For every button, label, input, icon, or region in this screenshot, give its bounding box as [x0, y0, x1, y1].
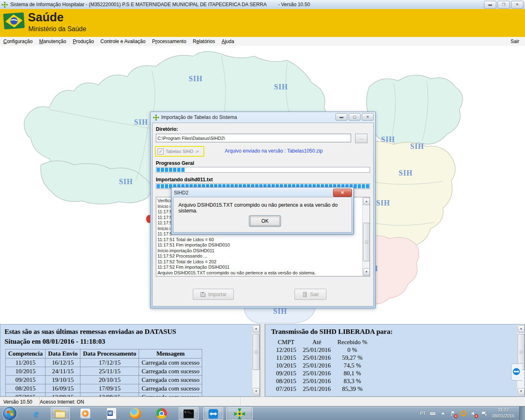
ministry-banner: Saúde Ministério da Saúde	[0, 9, 525, 37]
transmissao-column-header: CMPT	[273, 338, 299, 346]
taskbar: e▶WC:\_ PT ✕ ✕ 11:2	[0, 406, 525, 420]
browse-button[interactable]: ...	[355, 134, 368, 143]
status-version: Versão 10.50	[0, 397, 40, 406]
taskbar-sihd[interactable]	[226, 407, 253, 420]
log-scrollbar[interactable]: ▲ ▼	[362, 197, 370, 276]
log-scrollbar-thumb[interactable]	[363, 223, 370, 261]
teamviewer-icon	[513, 368, 520, 375]
map-label-sih: SIH	[410, 142, 424, 151]
menu-item-controle-e-avaliacao[interactable]: Controle e Avaliação	[97, 38, 149, 45]
menu-item-sair[interactable]: Sair	[508, 38, 522, 45]
progress-file-label: Importando dsihd011.txt	[156, 177, 213, 183]
table-row: 11/201525/01/201659,27 %	[273, 354, 370, 362]
exit-door-icon	[302, 292, 308, 297]
remessas-scrollbar-thumb[interactable]	[253, 334, 260, 370]
ok-button[interactable]: OK	[249, 215, 281, 227]
error-dialog-titlebar: SIHD2 ✕	[171, 187, 354, 197]
menu-item-processamento[interactable]: Processamento	[149, 38, 189, 45]
taskbar-teamviewer[interactable]	[203, 407, 223, 420]
dialog-minimize-icon[interactable]: ▬	[336, 113, 347, 121]
restore-icon[interactable]: ❐	[498, 1, 510, 9]
transmissao-panel: Transmissão do SIHD LIBERADA para: CMPTA…	[265, 324, 525, 397]
sair-button[interactable]: Sair	[294, 289, 326, 300]
log-line: 11:17:52 Processando ...	[158, 253, 361, 259]
scroll-up-icon[interactable]: ▲	[518, 325, 525, 333]
menu-item-ajuda[interactable]: Ajuda	[218, 38, 237, 45]
table-row: 09/201519/10/1520/10/15Carregada com suc…	[6, 376, 202, 384]
checkbox-check-icon: ✓	[158, 148, 164, 155]
taskbar-firefox[interactable]	[126, 407, 144, 419]
close-icon[interactable]: ✕	[511, 1, 523, 9]
progress-segment	[165, 184, 168, 188]
error-close-icon[interactable]: ✕	[333, 189, 352, 197]
clock-time: 11:27	[489, 407, 518, 413]
keyboard-icon[interactable]	[429, 410, 436, 417]
tabelas-sihd-checkbox[interactable]: ✓ Tabelas SIHD ->	[155, 146, 204, 157]
scroll-up-icon[interactable]: ▲	[363, 198, 370, 205]
log-line: Arquivo DSIHD015.TXT corrompido ou não p…	[158, 270, 361, 276]
menu-item-manutencao[interactable]: Manutenção	[36, 38, 69, 45]
progress-segment	[161, 184, 164, 188]
remessas-scrollbar[interactable]: ▲ ▼	[252, 325, 259, 396]
map-label-sih: SIH	[381, 135, 395, 144]
import-dialog-title: Importação de Tabelas do Sistema	[161, 114, 237, 120]
screen: Sistema de Informação Hospitalar - (M352…	[0, 0, 525, 420]
sound-muted-icon[interactable]: ✕	[470, 410, 477, 417]
taskbar-cmd[interactable]: C:\_	[179, 407, 199, 420]
bottom-panels: Estas são as suas últimas remessas envia…	[0, 324, 525, 397]
scroll-down-icon[interactable]: ▼	[363, 268, 370, 276]
progress-segment	[358, 184, 361, 188]
scroll-up-icon[interactable]: ▲	[253, 325, 260, 333]
progress-segment	[161, 168, 164, 172]
taskbar-windows-explorer[interactable]	[51, 407, 70, 420]
clock[interactable]: 11:27 08/01/2016	[489, 407, 518, 420]
transmissao-column-header: Até	[299, 338, 334, 346]
progress-segment	[157, 184, 160, 188]
tray-language[interactable]: PT	[420, 411, 426, 416]
teamviewer-side-tab[interactable]	[511, 363, 522, 381]
directory-label: Diretório:	[156, 126, 178, 132]
scroll-down-icon[interactable]: ▼	[253, 388, 260, 395]
menu-item-relatorios[interactable]: Relatórios	[189, 38, 218, 45]
transmissao-scrollbar[interactable]: ▲ ▼	[517, 325, 524, 396]
taskbar-media-player[interactable]: ▶	[76, 407, 94, 419]
map-label-sih: SIH	[399, 169, 413, 178]
error-message: Arquivo DSIHD015.TXT corrompido ou não p…	[178, 202, 352, 214]
taskbar-word[interactable]: W	[103, 407, 121, 419]
error-dialog-body: Arquivo DSIHD015.TXT corrompido ou não p…	[173, 197, 352, 233]
checkbox-label: Tabelas SIHD ->	[166, 149, 199, 154]
dialog-close-icon[interactable]: ✕	[362, 113, 374, 121]
transmissao-title: Transmissão do SIHD LIBERADA para:	[271, 328, 393, 336]
map-label-sih: SIH	[189, 75, 203, 83]
taskbar-internet-explorer[interactable]: e	[27, 407, 45, 419]
dialog-maximize-icon[interactable]: ▢	[349, 113, 361, 121]
remessas-title: Estas são as suas últimas remessas envia…	[5, 328, 176, 336]
scroll-down-icon[interactable]: ▼	[518, 388, 525, 395]
action-center-flag-icon[interactable]: ✕	[450, 410, 457, 417]
panel-splitter[interactable]	[260, 324, 265, 397]
app-icon	[2, 2, 8, 8]
show-desktop-button[interactable]	[519, 406, 525, 420]
table-row: 09/201525/01/201680,1 %	[273, 370, 370, 377]
importar-button[interactable]: Importar	[193, 289, 234, 300]
remessas-panel: Estas são as suas últimas remessas envia…	[0, 324, 260, 397]
menu-item-configuracao[interactable]: Configuração	[0, 38, 36, 45]
app-titlebar: Sistema de Informação Hospitalar - (M352…	[0, 0, 525, 9]
status-bar: Versão 10.50 Acesso Internet: ON	[0, 397, 525, 406]
progress-general-label: Progresso Geral	[156, 160, 194, 166]
remessas-table: CompetenciaData EnvioData ProcessamentoM…	[5, 349, 202, 402]
progress-bar-general	[156, 167, 370, 173]
directory-input[interactable]	[156, 134, 351, 142]
map-label-sih: SIH	[274, 83, 288, 91]
minimize-icon[interactable]: ▬	[484, 1, 496, 9]
progress-segment	[181, 168, 185, 172]
error-dialog-title: SIHD2	[174, 190, 188, 196]
network-icon[interactable]	[481, 410, 487, 417]
app-version: - Versão 10.50	[278, 2, 310, 7]
tray-expand-icon[interactable]	[440, 410, 446, 417]
start-button[interactable]	[2, 407, 17, 419]
transmissao-column-header: Recebido %	[334, 338, 371, 346]
updater-icon[interactable]	[460, 410, 467, 417]
taskbar-chrome[interactable]	[153, 407, 171, 419]
menu-item-producao[interactable]: Produção	[69, 38, 97, 45]
